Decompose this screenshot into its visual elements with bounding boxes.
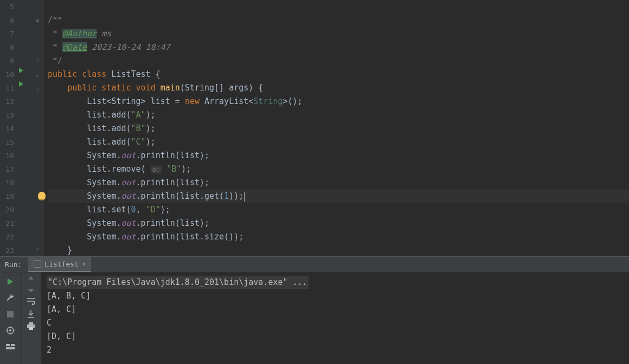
line-number[interactable]: 14: [0, 122, 14, 135]
run-tool-window: Run: ListTest ✕: [0, 256, 629, 364]
soft-wrap-icon[interactable]: [27, 297, 35, 305]
code-line[interactable]: public class ListTest {: [48, 68, 629, 81]
run-tabbar: Run: ListTest ✕: [0, 257, 629, 272]
fold-toggle-icon[interactable]: ⌃: [36, 54, 40, 68]
svg-rect-3: [7, 311, 14, 317]
console-line: [D, C]: [47, 330, 624, 343]
svg-marker-0: [19, 68, 23, 73]
line-number[interactable]: 6: [0, 14, 14, 27]
up-icon[interactable]: [28, 276, 34, 282]
line-number[interactable]: 13: [0, 108, 14, 122]
run-marker-icon[interactable]: [18, 81, 33, 95]
run-toolbar-primary: [0, 272, 21, 364]
line-number[interactable]: 11: [0, 81, 14, 95]
line-number[interactable]: 5: [0, 0, 14, 14]
console-line: C: [47, 316, 624, 330]
text-caret: [244, 192, 245, 202]
code-line[interactable]: System.out.println(list);: [48, 176, 629, 190]
editor-area: 567891011121314151617181920212223 ≡⌃⌄⌄⌃ …: [0, 0, 629, 256]
line-number[interactable]: 19: [0, 190, 14, 203]
code-line[interactable]: list.add("B");: [48, 122, 629, 135]
console-line: [A, B, C]: [47, 289, 624, 303]
intention-bulb-icon[interactable]: [38, 192, 46, 199]
code-line[interactable]: List<String> list = new ArrayList<String…: [48, 95, 629, 108]
code-line[interactable]: list.add("C");: [48, 135, 629, 149]
svg-marker-2: [8, 278, 13, 285]
code-line[interactable]: System.out.println(list);: [48, 217, 629, 230]
code-line[interactable]: System.out.println(list.size());: [48, 230, 629, 244]
fold-toggle-icon[interactable]: ≡: [36, 14, 40, 27]
stop-icon[interactable]: [4, 308, 16, 320]
code-line[interactable]: */: [48, 54, 629, 68]
code-line[interactable]: * @Author ms: [48, 27, 629, 41]
line-number[interactable]: 9: [0, 54, 14, 68]
line-number-gutter[interactable]: 567891011121314151617181920212223: [0, 0, 18, 256]
line-number[interactable]: 21: [0, 217, 14, 230]
svg-rect-7: [11, 344, 15, 346]
code-line[interactable]: /**: [48, 14, 629, 27]
code-line[interactable]: * @Date 2023-10-24 18:47: [48, 41, 629, 54]
line-number[interactable]: 18: [0, 176, 14, 190]
svg-rect-8: [6, 347, 15, 349]
line-number[interactable]: 17: [0, 162, 14, 176]
line-number[interactable]: 15: [0, 135, 14, 149]
code-line[interactable]: System.out.println(list.get(1));: [48, 190, 629, 203]
run-marker-icon[interactable]: [18, 68, 33, 81]
fold-toggle-icon[interactable]: ⌃: [36, 244, 40, 256]
code-line[interactable]: [48, 0, 629, 14]
print-icon[interactable]: [27, 322, 35, 330]
line-number[interactable]: 22: [0, 230, 14, 244]
svg-rect-6: [6, 344, 10, 346]
console-output[interactable]: "C:\Program Files\Java\jdk1.8.0_201\bin\…: [41, 272, 629, 364]
down-icon[interactable]: [28, 287, 34, 293]
run-config-icon: [34, 260, 41, 268]
code-line[interactable]: list.add("A");: [48, 108, 629, 122]
code-editor[interactable]: /** * @Author ms * @Date 2023-10-24 18:4…: [43, 0, 629, 256]
run-tab-label: ListTest: [44, 260, 79, 268]
line-number[interactable]: 23: [0, 244, 14, 256]
svg-marker-1: [19, 81, 23, 87]
line-number[interactable]: 8: [0, 41, 14, 54]
svg-point-5: [9, 329, 11, 332]
dump-threads-icon[interactable]: [4, 324, 16, 336]
close-icon[interactable]: ✕: [82, 260, 86, 268]
line-number[interactable]: 20: [0, 203, 14, 217]
scroll-to-end-icon[interactable]: [27, 309, 35, 318]
run-tab-listtest[interactable]: ListTest ✕: [28, 257, 91, 272]
rerun-icon[interactable]: [4, 276, 16, 288]
layout-icon[interactable]: [4, 341, 16, 353]
code-line[interactable]: list.remove( o: "B");: [48, 162, 629, 176]
run-gutter: [18, 0, 33, 256]
line-number[interactable]: 16: [0, 149, 14, 162]
svg-rect-9: [29, 322, 33, 324]
svg-rect-11: [29, 327, 33, 330]
run-label: Run:: [5, 261, 22, 269]
code-line[interactable]: System.out.println(list);: [48, 149, 629, 162]
code-line[interactable]: }: [48, 244, 629, 256]
wrench-icon[interactable]: [4, 292, 16, 304]
line-number[interactable]: 10: [0, 68, 14, 81]
line-number[interactable]: 12: [0, 95, 14, 108]
code-line[interactable]: public static void main(String[] args) {: [48, 81, 629, 95]
fold-toggle-icon[interactable]: ⌄: [36, 68, 40, 81]
fold-toggle-icon[interactable]: ⌄: [36, 81, 40, 95]
code-line[interactable]: list.set(0, "D");: [48, 203, 629, 217]
console-line: [A, C]: [47, 303, 624, 316]
run-toolbar-secondary: [21, 272, 41, 364]
console-line: "C:\Program Files\Java\jdk1.8.0_201\bin\…: [47, 276, 624, 289]
console-line: 2: [47, 343, 624, 357]
line-number[interactable]: 7: [0, 27, 14, 41]
fold-gutter[interactable]: ≡⌃⌄⌄⌃: [33, 0, 43, 256]
